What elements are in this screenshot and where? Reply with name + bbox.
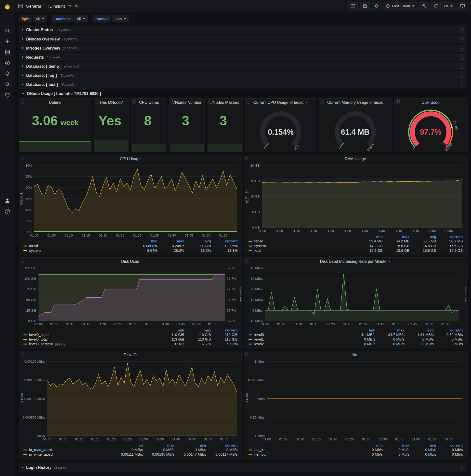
legend-column-current[interactable]: current — [436, 443, 463, 447]
panel-title[interactable]: CPU Cores — [139, 100, 159, 105]
info-icon[interactable]: i — [20, 100, 24, 103]
dashboard-squares-icon[interactable] — [18, 4, 23, 8]
panel-title[interactable]: VNodes Number — [172, 100, 202, 105]
explore-compass-icon[interactable] — [0, 58, 15, 68]
page-title[interactable]: TDinsight — [47, 3, 65, 8]
chart-plot-area[interactable]: 0 MB5 GB10 GB15 GB20 GB01:0001:0501:1001… — [244, 162, 467, 234]
chart-canvas[interactable]: 0 MB5 GB10 GB15 GB20 GB01:0001:0501:1001… — [244, 162, 467, 234]
help-question-icon[interactable]: ? — [0, 207, 15, 216]
legend-column-current[interactable]: current — [211, 328, 238, 332]
info-icon[interactable]: i — [246, 100, 250, 103]
legend-series-total[interactable]: total — [249, 248, 356, 253]
info-icon[interactable]: i — [396, 100, 400, 103]
chart-canvas[interactable]: 0%5%10%15%20%25%30%01:0001:0501:1001:150… — [19, 162, 241, 239]
legend-column-current[interactable]: current — [434, 328, 463, 332]
panel-title[interactable]: Current CPU Usage of taosd — [253, 100, 304, 105]
chart-plot-area[interactable]: -10 MB/s0 MB/s10 MB/s20 MB/s30 MB/s40 MB… — [244, 265, 467, 327]
info-icon[interactable]: i — [133, 100, 136, 103]
legend-column-current[interactable]: current — [211, 239, 238, 243]
legend-series-net_out[interactable]: net_out — [249, 452, 356, 456]
panel-title[interactable]: RAM Usage — [345, 156, 366, 161]
legend-column-min[interactable]: min — [157, 328, 184, 332]
share-icon[interactable] — [75, 4, 80, 8]
legend-column-avg[interactable]: avg — [409, 443, 436, 447]
legend-column-max[interactable]: max — [143, 443, 175, 447]
info-icon[interactable]: i — [320, 100, 324, 103]
panel-title[interactable]: Net — [352, 353, 358, 357]
info-icon[interactable]: i — [20, 352, 24, 356]
drag-handle-icon[interactable] — [460, 54, 464, 60]
drag-handle-icon[interactable] — [460, 82, 464, 87]
info-icon[interactable]: i — [245, 156, 249, 160]
legend-column-max[interactable]: max — [157, 239, 184, 243]
panel-title[interactable]: Disk Used — [422, 100, 440, 105]
legend-column-current[interactable]: current — [436, 235, 463, 239]
info-icon[interactable]: i — [20, 156, 24, 160]
row-cluster-status[interactable]: Cluster Status (21 panels) — [19, 26, 467, 34]
legend-column-min[interactable]: min — [356, 235, 383, 239]
chart-canvas[interactable]: -1 Mb/s-0.50 Mb/s0 Mb/s0.500 Mb/s1 Mb/s0… — [244, 358, 467, 443]
legend-column-min[interactable]: min — [356, 443, 383, 447]
cycle-view-button[interactable] — [458, 2, 468, 10]
chart-plot-area[interactable]: 0 MB/s0.000500 MB/s0.00100 MB/s0.00150 M… — [19, 358, 241, 443]
info-icon[interactable]: i — [208, 100, 212, 103]
row-mnodes-overview[interactable]: MNodes Overview (2 panels) — [19, 44, 467, 52]
info-icon[interactable]: i — [170, 100, 174, 103]
row-requests[interactable]: Requests (4 panels) — [19, 53, 467, 61]
grafana-logo-icon[interactable] — [3, 2, 12, 11]
panel-title[interactable]: Has MNode? — [100, 100, 123, 105]
legend-column-min[interactable]: min — [111, 443, 143, 447]
panel-title[interactable]: Disk Used Increasing Rate per Minute — [320, 259, 387, 264]
chart-canvas[interactable]: 0 GiB25 GiB50 GiB75 GiB100 GiB125 GiB97.… — [19, 265, 241, 327]
legend-series-level0_total[interactable]: level0_total — [23, 337, 157, 341]
add-panel-button[interactable] — [348, 2, 358, 10]
create-plus-icon[interactable] — [0, 37, 15, 46]
chart-plot-area[interactable]: 0 GiB25 GiB50 GiB75 GiB100 GiB125 GiB97.… — [19, 265, 241, 327]
row-login-history[interactable]: Login History (1 panel) — [19, 463, 467, 472]
legend-column-max[interactable]: max — [383, 235, 409, 239]
chart-plot-area[interactable]: 0%5%10%15%20%25%30%01:0001:0501:1001:150… — [19, 162, 241, 239]
star-icon[interactable]: ☆ — [68, 3, 72, 9]
save-dashboard-button[interactable] — [360, 2, 370, 10]
legend-series-taosd[interactable]: taosd — [249, 239, 356, 243]
panel-title[interactable]: Disk IO — [124, 353, 137, 357]
legend-series-level0[interactable]: level0 — [249, 333, 346, 337]
drag-handle-icon[interactable] — [460, 465, 464, 470]
dashboards-grid-icon[interactable] — [0, 47, 15, 56]
legend-series-system[interactable]: system — [23, 248, 131, 253]
row-dnode-usage[interactable]: DNode Usage [ huolinhe-TM1701:6030 ] — [19, 89, 467, 98]
info-icon[interactable]: i — [245, 259, 249, 263]
dashboard-settings-gear-icon[interactable]: ⚙ — [372, 2, 381, 10]
drag-handle-icon[interactable] — [460, 64, 464, 69]
info-icon[interactable]: i — [20, 259, 24, 263]
drag-handle-icon[interactable] — [460, 36, 464, 41]
server-admin-shield-icon[interactable] — [0, 90, 15, 100]
legend-column-max[interactable]: max — [383, 443, 409, 447]
legend-series-io_write_taosd[interactable]: io_write_taosd — [23, 452, 111, 456]
panel-title[interactable]: Disk Used — [121, 259, 139, 264]
legend-column-current[interactable]: current — [206, 443, 238, 447]
zoom-out-button[interactable] — [419, 2, 429, 10]
panel-title[interactable]: Uptime — [49, 100, 61, 105]
drag-handle-icon[interactable] — [460, 45, 464, 51]
legend-column-min[interactable]: min — [131, 239, 157, 243]
chart-canvas[interactable]: -10 MB/s0 MB/s10 MB/s20 MB/s30 MB/s40 MB… — [244, 265, 467, 327]
search-icon[interactable] — [0, 26, 15, 35]
variable-value-dropdown[interactable]: All — [74, 15, 88, 23]
chart-plot-area[interactable]: -1 Mb/s-0.50 Mb/s0 Mb/s0.500 Mb/s1 Mb/s0… — [244, 358, 467, 443]
legend-series-level1[interactable]: level1 — [249, 337, 346, 341]
row-database-log[interactable]: Database: [ log ] (5 panels) — [19, 71, 467, 80]
legend-column-max[interactable]: max — [375, 328, 404, 332]
info-icon[interactable]: i — [95, 100, 99, 103]
panel-title[interactable]: Current Memory Usage of taosd — [327, 100, 383, 105]
legend-series-level2[interactable]: level2 — [249, 342, 346, 346]
drag-handle-icon[interactable] — [460, 27, 464, 32]
legend-series-level0_percent[interactable]: level0_percent(right-y) — [23, 342, 157, 346]
refresh-interval-dropdown[interactable]: 30s — [441, 2, 455, 10]
panel-title[interactable]: CPU Usage — [120, 156, 141, 161]
chart-canvas[interactable]: 0 MB/s0.000500 MB/s0.00100 MB/s0.00150 M… — [19, 358, 241, 443]
legend-column-avg[interactable]: avg — [409, 235, 436, 239]
legend-column-min[interactable]: min — [346, 328, 376, 332]
time-range-picker[interactable]: Last 1 hour — [383, 2, 417, 10]
drag-handle-icon[interactable] — [460, 73, 464, 78]
